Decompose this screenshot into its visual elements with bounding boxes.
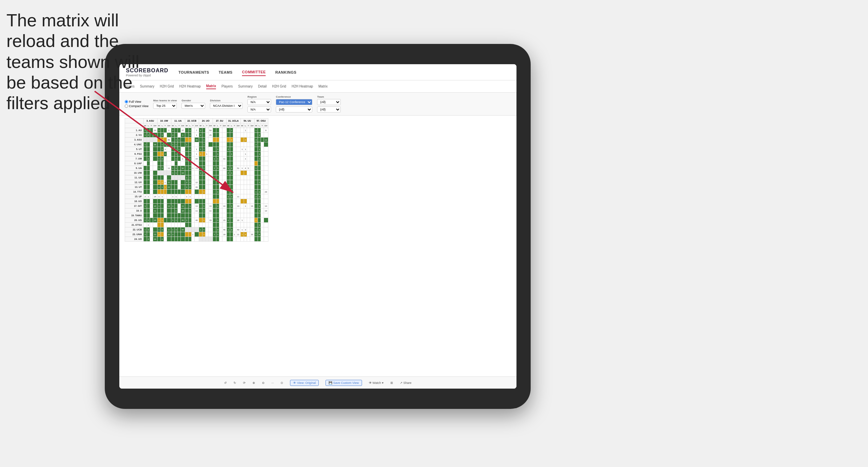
matrix-cell: 1 [189,133,192,138]
row-label: 9. UA [125,166,143,171]
matrix-cell: 38 [153,218,157,223]
matrix-cell [230,133,233,138]
subnav-summary2[interactable]: Summary [238,84,253,89]
zoom-out-button[interactable]: ⊖ [262,381,265,385]
gender-select[interactable]: Men's Women's [182,103,205,109]
matrix-cell [161,175,164,180]
matrix-cell [191,161,194,166]
table-row: 13. UT211221226 [125,185,268,190]
matrix-cell: 13 [208,204,213,208]
matrix-cell [244,175,247,180]
matrix-cell [189,190,192,194]
subnav-players[interactable]: Players [221,84,233,89]
matrix-cell [236,138,240,142]
tablet-screen: SCOREBOARD Powered by clippd TOURNAMENTS… [119,64,516,389]
settings-button[interactable]: ⊙ [281,381,283,385]
sub-d5: Dif [208,123,213,128]
matrix-cell [219,208,222,213]
nav-teams[interactable]: TEAMS [219,69,233,76]
matrix-cell [205,156,208,161]
matrix-cell: 1 [202,232,206,237]
matrix-cell [199,185,202,190]
subnav-matrix[interactable]: Matrix [206,83,216,89]
matrix-cell: 1 [189,147,192,152]
matrix-cell [247,218,250,223]
matrix-cell [194,142,199,147]
redo-button[interactable]: ↻ [234,381,236,385]
team-select2[interactable]: (All) [317,106,341,113]
matrix-cell [247,142,250,147]
conference-all-select[interactable]: (All) [276,106,312,113]
matrix-cell: 13 [236,204,240,208]
matrix-cell [254,208,258,213]
subnav-detail[interactable]: Detail [258,84,267,89]
conference-select[interactable]: Pac-12 Conference (All) [276,99,312,105]
matrix-cell [199,199,202,204]
max-teams-select[interactable]: Top 25 Top 10 Top 50 [153,103,177,109]
matrix-cell [264,237,268,242]
matrix-cell [213,142,216,147]
matrix-cell [185,152,189,156]
matrix-content[interactable]: 3. ASU 10. UW 11. UA 22. UCB 24. UO 27. … [119,116,516,376]
matrix-cell: 2 [171,128,175,133]
row-label: 22. UCB [125,227,143,232]
matrix-cell [180,190,185,194]
watch-button[interactable]: 👁 Watch ▾ [369,381,384,385]
matrix-cell [233,180,236,185]
region-select[interactable]: N/A East West [247,99,271,105]
matrix-cell: 2 [143,194,147,199]
sub-l7: L [230,123,233,128]
matrix-cell [219,147,222,152]
matrix-cell [150,138,153,142]
matrix-cell: 1 [254,166,258,171]
zoom-in-button[interactable]: ⊕ [252,381,255,385]
matrix-cell: 1 [157,227,161,232]
region-select2[interactable]: N/A [247,106,271,113]
matrix-cell [264,227,268,232]
subnav-h2h-heatmap2[interactable]: H2H Heatmap [292,84,313,89]
matrix-cell [180,213,185,218]
subnav-h2h-grid2[interactable]: H2H Grid [272,84,286,89]
matrix-cell [191,128,194,133]
matrix-cell [199,175,202,180]
undo-button[interactable]: ↺ [224,381,227,385]
matrix-cell [264,166,268,171]
matrix-cell [208,171,213,175]
division-select[interactable]: NCAA Division I NCAA Division II [210,103,243,109]
matrix-cell: 1 [258,190,261,194]
matrix-cell [177,227,180,232]
view-original-button[interactable]: 👁 View: Original [290,380,319,386]
matrix-cell: 1 [143,218,147,223]
refresh-button[interactable]: ⟳ [243,381,246,385]
matrix-cell [150,237,153,242]
subnav-h2h-heatmap[interactable]: H2H Heatmap [179,84,200,89]
matrix-cell [147,171,150,175]
team-select[interactable]: (All) [317,99,341,105]
subnav-h2h-grid[interactable]: H2H Grid [160,84,174,89]
matrix-cell [250,185,254,190]
matrix-cell: 1 [189,156,192,161]
matrix-cell [216,208,219,213]
nav-rankings[interactable]: RANKINGS [275,69,296,76]
matrix-cell [222,237,226,242]
matrix-cell [194,190,199,194]
sub-w3: W [171,123,175,128]
matrix-cell [143,156,147,161]
nav-committee[interactable]: COMMITTEE [242,69,266,76]
matrix-cell [180,237,185,242]
sub-t4: T [191,123,194,128]
sub-w1: W [143,123,147,128]
subnav-matrix2[interactable]: Matrix [318,84,328,89]
matrix-cell [191,175,194,180]
share-button[interactable]: ↗ Share [400,381,412,385]
more-button[interactable]: ··· [271,381,274,385]
nav-tournaments[interactable]: TOURNAMENTS [178,69,209,76]
matrix-cell [147,199,150,204]
matrix-cell: 12 [153,133,157,138]
matrix-cell [177,190,180,194]
matrix-cell [189,142,192,147]
save-custom-button[interactable]: 💾 Save Custom View [326,380,362,386]
matrix-cell: 40 [194,218,199,223]
sub-w2: W [157,123,161,128]
more-options-button[interactable]: ⊞ [390,381,393,385]
